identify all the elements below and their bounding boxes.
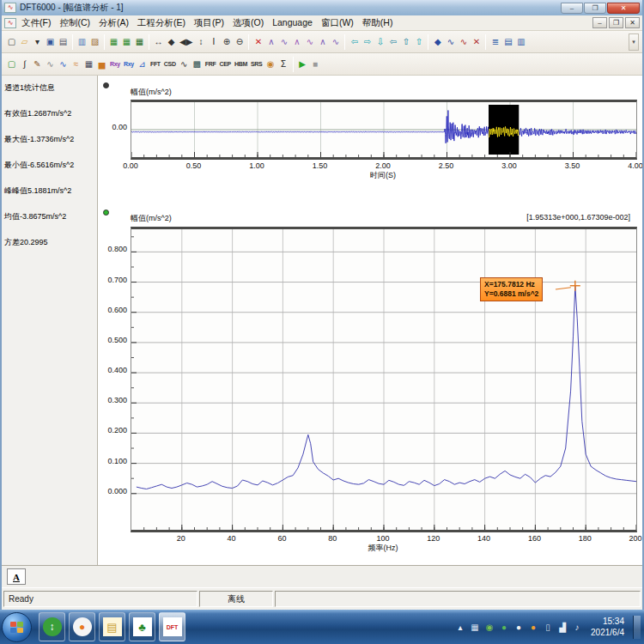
app-dft-taskbar-button[interactable]: DFT: [159, 612, 185, 641]
detrend-button[interactable]: ∿: [44, 56, 57, 73]
csd-button[interactable]: CSD: [162, 56, 178, 73]
delete-cursor-button[interactable]: ✕: [252, 33, 264, 51]
nav-up-button[interactable]: ⇧: [399, 33, 412, 51]
open-file-button[interactable]: ▱: [18, 33, 31, 51]
menu-engineering-analysis[interactable]: 工程分析(E): [133, 16, 190, 30]
pair-cursor-button[interactable]: ◀▶: [178, 33, 194, 51]
window-cascade-button[interactable]: ≣: [489, 33, 501, 51]
nav-down-button[interactable]: ⇩: [374, 33, 386, 51]
app-media-player-taskbar-button[interactable]: ▤: [99, 612, 125, 641]
frf-button[interactable]: FRF: [204, 56, 218, 73]
menu-project[interactable]: 项目(P): [190, 16, 228, 30]
smoothing-button[interactable]: ≈: [70, 56, 82, 73]
annotation-tool-button[interactable]: A: [7, 568, 26, 585]
filter-button[interactable]: ∿: [57, 56, 70, 73]
new-file-button[interactable]: ▢: [5, 33, 18, 51]
selection-region-button[interactable]: ▢: [5, 56, 18, 73]
data-table-button[interactable]: ▦: [82, 56, 95, 73]
fft-button[interactable]: FFT: [149, 56, 162, 73]
pan-cursor-button[interactable]: ↔: [152, 33, 165, 51]
spectrogram-button[interactable]: ▩: [191, 56, 204, 73]
app-updater-taskbar-button[interactable]: ↕: [39, 612, 65, 641]
cepstrum-button[interactable]: CEP: [217, 56, 233, 73]
menu-language[interactable]: Language: [268, 16, 317, 30]
menu-file[interactable]: 文件(F): [17, 16, 55, 30]
print-button[interactable]: ▤: [57, 33, 70, 51]
window-tile-horizontal-button[interactable]: ▤: [501, 33, 514, 51]
layout-grid-3-button[interactable]: ▦: [133, 33, 146, 51]
app-browser-taskbar-button[interactable]: ●: [69, 612, 95, 641]
hbm-button[interactable]: HBM: [233, 56, 249, 73]
edit-curve-button[interactable]: ✎: [31, 56, 44, 73]
toolbar-overflow-button[interactable]: ▾: [629, 33, 639, 51]
nav-top-button[interactable]: ⇧: [412, 33, 425, 51]
histogram-button[interactable]: ▅: [95, 56, 108, 73]
title-bar[interactable]: ∿ DFT6000 - [幅值谱分析 - 1] – ❐ ✕: [2, 0, 642, 15]
peak-cursor-1-button[interactable]: ∧: [264, 33, 277, 51]
paste-icon: ▨: [91, 38, 99, 46]
open-dropdown-button[interactable]: ▾: [31, 33, 44, 51]
statistics-sum-button[interactable]: Σ: [277, 56, 290, 73]
curve-blue-button[interactable]: ∿: [444, 33, 457, 51]
tray-updater-icon[interactable]: ●: [528, 623, 538, 632]
menu-options[interactable]: 选项(O): [228, 16, 268, 30]
menu-control[interactable]: 控制(C): [55, 16, 94, 30]
octave-button[interactable]: ◉: [264, 56, 277, 73]
taskbar-clock[interactable]: 15:34 2021/6/4: [591, 616, 624, 639]
peak-cursor-2-button[interactable]: ∿: [277, 33, 290, 51]
marker-cursor-button[interactable]: ◆: [165, 33, 178, 51]
mdi-restore-button[interactable]: ❐: [609, 17, 623, 28]
peak-cursor-3-button[interactable]: ∧: [290, 33, 303, 51]
run-button[interactable]: ▶: [296, 56, 309, 73]
nav-left-button[interactable]: ⇦: [348, 33, 361, 51]
crosscorrelation-button[interactable]: Rxy: [122, 56, 136, 73]
mdi-close-button[interactable]: ✕: [625, 17, 640, 28]
curve-red-button[interactable]: ∿: [457, 33, 470, 51]
copy-button[interactable]: ▥: [76, 33, 88, 51]
minimize-button[interactable]: –: [561, 3, 583, 14]
curve-delete-button[interactable]: ✕: [470, 33, 483, 51]
restore-button[interactable]: ❐: [584, 3, 606, 14]
peak-cursor-5-button[interactable]: ∧: [316, 33, 329, 51]
close-button[interactable]: ✕: [607, 3, 640, 14]
show-desktop-button[interactable]: [633, 616, 641, 639]
spectrum-plot[interactable]: X=175.7812 Hz Y=0.6881 m/s^2: [131, 227, 637, 532]
delete-cursor-icon: ✕: [255, 38, 262, 46]
peak-cursor-4-button[interactable]: ∿: [303, 33, 316, 51]
nav-back-button[interactable]: ⇦: [386, 33, 399, 51]
autocorrelation-button[interactable]: Rxy: [108, 56, 122, 73]
tray-messenger-icon[interactable]: ●: [499, 623, 509, 632]
stop-button[interactable]: ■: [309, 56, 322, 73]
transfer-button[interactable]: ⊿: [136, 56, 149, 73]
peak-marker-label[interactable]: X=175.7812 Hz Y=0.6881 m/s^2: [480, 277, 543, 301]
tray-clipboard-icon[interactable]: ▯: [543, 623, 553, 632]
ibeam-cursor-button[interactable]: I: [207, 33, 220, 51]
srs-button[interactable]: SRS: [249, 56, 264, 73]
cursor-peak-search-button[interactable]: ◆: [431, 33, 444, 51]
layout-grid-1-button[interactable]: ▦: [107, 33, 120, 51]
zoom-out-button[interactable]: ⊖: [233, 33, 246, 51]
peak-cursor-6-button[interactable]: ∿: [329, 33, 342, 51]
tray-hidden-icons-icon[interactable]: ▴: [455, 623, 465, 632]
menu-window[interactable]: 窗口(W): [317, 16, 358, 30]
tray-security-shield-icon[interactable]: ◉: [484, 623, 495, 632]
tray-volume-icon[interactable]: ♪: [572, 623, 582, 632]
time-plot[interactable]: [131, 100, 637, 160]
expand-vertical-button[interactable]: ↕: [194, 33, 207, 51]
nav-right-button[interactable]: ⇨: [361, 33, 374, 51]
app-suite-taskbar-button[interactable]: ♣: [129, 612, 155, 641]
tray-cloud-icon[interactable]: ●: [513, 623, 524, 632]
tray-calendar-icon[interactable]: ▦: [470, 623, 480, 632]
save-file-button[interactable]: ▣: [44, 33, 57, 51]
mdi-minimize-button[interactable]: –: [592, 17, 607, 28]
power-spectrum-button[interactable]: ∿: [178, 56, 191, 73]
menu-analysis[interactable]: 分析(A): [94, 16, 133, 30]
window-tile-vertical-button[interactable]: ▥: [514, 33, 527, 51]
start-button[interactable]: [2, 612, 32, 642]
menu-help[interactable]: 帮助(H): [358, 16, 398, 30]
paste-button[interactable]: ▨: [88, 33, 101, 51]
integral-button[interactable]: ∫: [18, 56, 31, 73]
layout-grid-2-button[interactable]: ▦: [120, 33, 133, 51]
zoom-in-button[interactable]: ⊕: [220, 33, 233, 51]
tray-network-icon[interactable]: ▟: [557, 623, 568, 632]
